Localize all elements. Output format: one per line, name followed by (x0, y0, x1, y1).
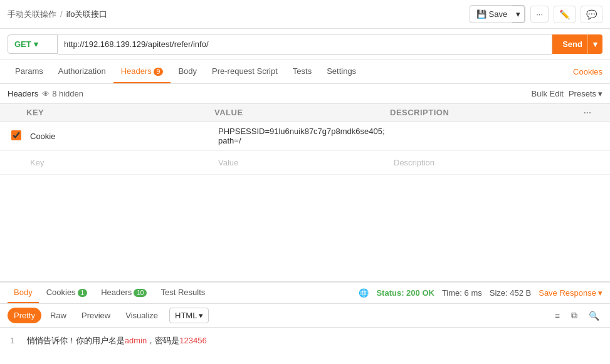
body-toolbar-right: ≡ ⧉ 🔍 (552, 308, 602, 323)
more-button[interactable]: ··· (530, 6, 549, 23)
desc-col-header: DESCRIPTION (390, 108, 584, 117)
bulk-edit-button[interactable]: Bulk Edit (532, 89, 564, 98)
format-tab-visualize[interactable]: Visualize (119, 308, 164, 323)
breadcrumb: 手动关联操作 / ifo关联接口 (8, 9, 107, 20)
breadcrumb-parent: 手动关联操作 (8, 9, 56, 20)
resp-tab-body[interactable]: Body (8, 283, 39, 303)
breadcrumb-separator: / (60, 9, 63, 19)
wrap-lines-button[interactable]: ≡ (552, 308, 563, 323)
save-button[interactable]: 💾 Save ▾ (470, 5, 526, 23)
tab-body[interactable]: Body (171, 60, 204, 83)
row-more-cell[interactable] (584, 131, 602, 141)
headers-section-label: Headers (8, 89, 38, 98)
tab-params[interactable]: Params (8, 60, 51, 83)
row-value-cell[interactable]: PHPSESSID=91lu6nuik87c7g7p8mdk6se405; pa… (214, 122, 390, 150)
send-chevron[interactable]: ▾ (587, 34, 602, 54)
presets-label: Presets (569, 89, 596, 98)
method-select[interactable]: GET ▾ (8, 34, 58, 54)
checkbox-col-header (8, 108, 26, 117)
tab-pre-request-script[interactable]: Pre-request Script (204, 60, 285, 83)
key-col-header: KEY (26, 108, 214, 117)
response-tabs: Body Cookies1 Headers10 Test Results 🌐 S… (0, 283, 610, 304)
presets-chevron: ▾ (598, 89, 602, 98)
send-label: Send (562, 39, 582, 49)
method-label: GET (14, 39, 31, 49)
top-bar: 手动关联操作 / ifo关联接口 💾 Save ▾ ··· ✏️ 💬 (0, 0, 610, 29)
row-checkbox-cell[interactable] (8, 125, 26, 147)
search-button[interactable]: 🔍 (586, 308, 602, 323)
placeholder-checkbox-cell (8, 158, 26, 168)
url-bar: GET ▾ Send ▾ (0, 29, 610, 60)
resp-tab-headers[interactable]: Headers10 (95, 283, 153, 303)
globe-icon: 🌐 (359, 288, 369, 298)
save-icon: 💾 (476, 9, 486, 19)
save-response-button[interactable]: Save Response ▾ (539, 288, 602, 298)
placeholder-desc-cell[interactable]: Description (390, 153, 584, 172)
format-tab-pretty[interactable]: Pretty (8, 308, 41, 323)
response-time: Time: 6 ms (442, 288, 482, 298)
table-header: KEY VALUE DESCRIPTION ··· (0, 104, 610, 122)
method-chevron: ▾ (34, 39, 38, 49)
row-desc-cell[interactable] (390, 131, 584, 141)
more-col-header: ··· (584, 108, 602, 117)
headers-bar-right: Bulk Edit Presets ▾ (532, 89, 602, 98)
row-checkbox[interactable] (11, 130, 21, 140)
save-label: Save (489, 9, 508, 19)
placeholder-more-cell (584, 158, 602, 168)
resp-tab-cookies[interactable]: Cookies1 (40, 283, 94, 303)
edit-icon-button[interactable]: ✏️ (554, 6, 576, 23)
tab-headers[interactable]: Headers9 (113, 60, 171, 83)
response-line-1: 悄悄告诉你！你的用户名是admin，密码是123456 (27, 336, 207, 345)
table-row: Cookie PHPSESSID=91lu6nuik87c7g7p8mdk6se… (0, 122, 610, 151)
line-number-1: 1 (10, 336, 14, 345)
resp-tab-test-results[interactable]: Test Results (154, 283, 211, 303)
format-tab-raw[interactable]: Raw (44, 308, 73, 323)
response-highlight-admin: admin (125, 336, 147, 345)
url-input[interactable] (58, 34, 552, 55)
save-response-chevron: ▾ (598, 288, 602, 298)
tab-tests[interactable]: Tests (285, 60, 319, 83)
response-content: 1 悄悄告诉你！你的用户名是admin，密码是123456 (0, 328, 610, 354)
format-type-label: HTML (175, 311, 197, 320)
copy-button[interactable]: ⧉ (568, 308, 581, 323)
breadcrumb-current: ifo关联接口 (66, 9, 108, 20)
presets-button[interactable]: Presets ▾ (569, 89, 602, 98)
response-highlight-password: 123456 (179, 336, 206, 345)
format-tab-preview[interactable]: Preview (75, 308, 117, 323)
response-text-prefix: 悄悄告诉你！你的用户名是 (27, 336, 125, 345)
response-area: Body Cookies1 Headers10 Test Results 🌐 S… (0, 281, 610, 354)
row-key-cell[interactable]: Cookie (26, 127, 214, 146)
status-code: Status: 200 OK (376, 288, 434, 298)
tab-settings[interactable]: Settings (319, 60, 364, 83)
headers-badge: 9 (154, 68, 164, 76)
top-bar-actions: 💾 Save ▾ ··· ✏️ 💬 (470, 5, 602, 23)
cookies-link[interactable]: Cookies (573, 67, 602, 76)
table-row-placeholder: Key Value Description (0, 151, 610, 175)
value-col-header: VALUE (214, 108, 390, 117)
format-type-chevron: ▾ (199, 311, 203, 320)
empty-area (0, 175, 610, 281)
save-chevron[interactable]: ▾ (512, 6, 525, 23)
response-text-mid: ，密码是 (147, 336, 179, 345)
headers-table: KEY VALUE DESCRIPTION ··· Cookie PHPSESS… (0, 104, 610, 175)
body-toolbar: Pretty Raw Preview Visualize HTML ▾ ≡ ⧉ … (0, 304, 610, 328)
cookies-badge: 1 (78, 289, 88, 297)
comment-icon-button[interactable]: 💬 (581, 6, 602, 23)
request-tabs: Params Authorization Headers9 Body Pre-r… (0, 60, 610, 84)
resp-headers-badge: 10 (134, 289, 147, 297)
eye-icon: 👁 (42, 90, 50, 98)
headers-bar: Headers 👁 8 hidden Bulk Edit Presets ▾ (0, 84, 610, 104)
hidden-count-label: 8 hidden (52, 89, 83, 98)
format-type-select[interactable]: HTML ▾ (169, 308, 209, 323)
response-size: Size: 452 B (490, 288, 532, 298)
placeholder-value-cell[interactable]: Value (214, 153, 390, 172)
tab-authorization[interactable]: Authorization (51, 60, 113, 83)
hidden-count-badge: 👁 8 hidden (42, 89, 83, 98)
placeholder-key-cell[interactable]: Key (26, 153, 214, 172)
response-status-bar: 🌐 Status: 200 OK Time: 6 ms Size: 452 B … (359, 288, 602, 298)
send-button[interactable]: Send ▾ (552, 34, 602, 54)
